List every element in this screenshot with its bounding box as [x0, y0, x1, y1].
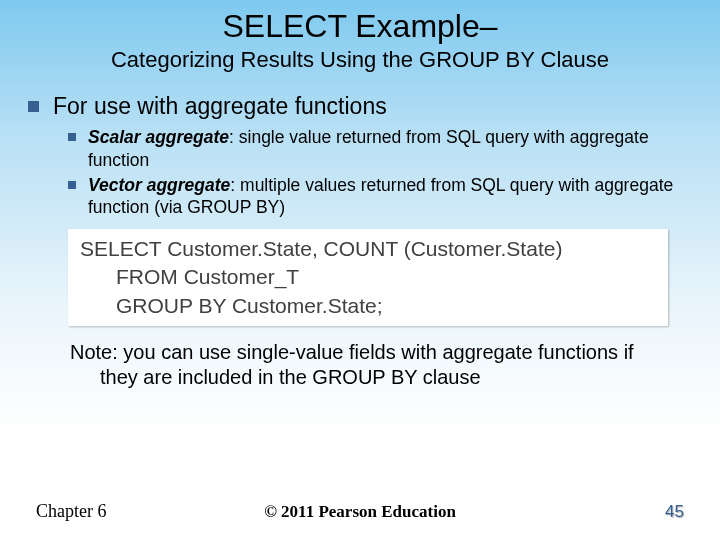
- slide-note: Note: you can use single-value fields wi…: [58, 340, 692, 390]
- square-bullet-icon: [68, 181, 76, 189]
- slide-title: SELECT Example–: [0, 0, 720, 45]
- bullet-level2: Scalar aggregate: single value returned …: [68, 126, 692, 172]
- bullet-l1-text: For use with aggregate functions: [53, 93, 387, 120]
- bullet-l2-text: Vector aggregate: multiple values return…: [88, 174, 692, 220]
- chapter-label: Chapter 6: [36, 501, 106, 522]
- code-line: FROM Customer_T: [80, 263, 660, 291]
- bullet-level1: For use with aggregate functions: [28, 93, 692, 120]
- slide-footer: Chapter 6 © 2011 Pearson Education 45: [0, 501, 720, 522]
- slide-content: For use with aggregate functions Scalar …: [0, 83, 720, 390]
- code-line: GROUP BY Customer.State;: [80, 292, 660, 320]
- sql-code-block: SELECT Customer.State, COUNT (Customer.S…: [68, 229, 668, 326]
- page-number: 45: [665, 502, 684, 522]
- square-bullet-icon: [28, 101, 39, 112]
- code-line: SELECT Customer.State, COUNT (Customer.S…: [80, 235, 660, 263]
- bullet-l2-text: Scalar aggregate: single value returned …: [88, 126, 692, 172]
- term-scalar: Scalar aggregate: [88, 127, 229, 147]
- square-bullet-icon: [68, 133, 76, 141]
- bullet-level2: Vector aggregate: multiple values return…: [68, 174, 692, 220]
- slide-subtitle: Categorizing Results Using the GROUP BY …: [0, 45, 720, 83]
- term-vector: Vector aggregate: [88, 175, 230, 195]
- copyright-text: © 2011 Pearson Education: [264, 502, 456, 522]
